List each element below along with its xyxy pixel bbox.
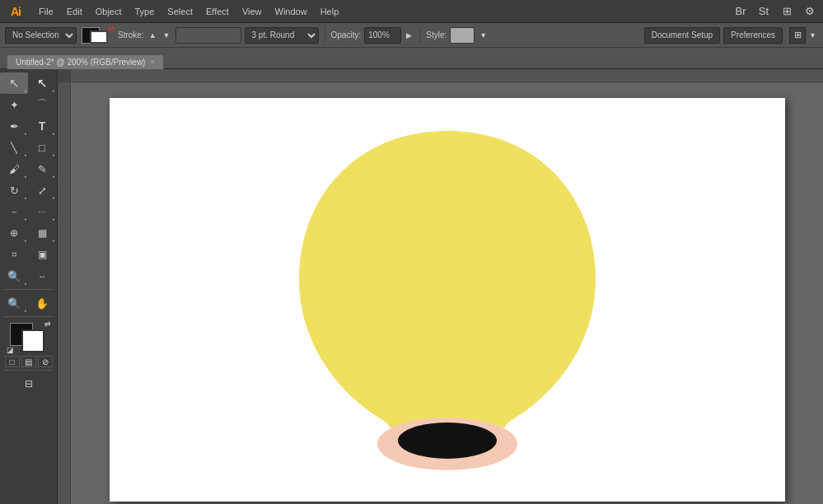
- settings-icon[interactable]: ⚙: [800, 2, 820, 21]
- rectangle-tool[interactable]: □ ▸: [28, 137, 56, 158]
- preferences-button[interactable]: Preferences: [723, 27, 783, 44]
- tools-panel: ↖ ▸ ↖ ▸ ✦ ⌒ ✒ ▸ T ▸: [0, 69, 58, 504]
- line-tool[interactable]: ╲ ▸: [0, 137, 28, 158]
- style-box[interactable]: [450, 27, 475, 44]
- stroke-preview: [175, 27, 241, 44]
- tool-row-10: 🔍 ▸ ↔: [0, 265, 57, 287]
- tool-row-8: ⊕ ▸ ▦ ▸: [0, 222, 57, 244]
- menu-effect[interactable]: Effect: [200, 5, 235, 18]
- stroke-arrow-icon[interactable]: ⇄: [108, 24, 115, 33]
- tab-title: Untitled-2* @ 200% (RGB/Preview): [16, 58, 145, 67]
- tool-row-1: ↖ ▸ ↖ ▸: [0, 72, 57, 94]
- paintbrush-tool[interactable]: 🖌 ▸: [0, 158, 28, 180]
- doc-area: ↖ ▸ ↖ ▸ ✦ ⌒ ✒ ▸ T ▸: [0, 69, 823, 504]
- ruler-vertical: [58, 82, 71, 504]
- layout-icon[interactable]: ⊞: [777, 2, 797, 21]
- gradient-icon[interactable]: ▤: [21, 356, 36, 367]
- selection-dropdown[interactable]: No Selection: [5, 27, 77, 44]
- color-section: ⇄ ◪ □ ▤ ⊘: [0, 323, 57, 367]
- tabs-bar: Untitled-2* @ 200% (RGB/Preview) ×: [0, 48, 823, 69]
- color-mode-row: □ ▤ ⊘: [5, 356, 53, 367]
- artboard-container: [71, 82, 823, 504]
- stroke-label: Stroke:: [118, 30, 144, 40]
- tool-row-7: ⌣ ▸ ⋯ ▸: [0, 201, 57, 222]
- menu-bar: Ai File Edit Object Type Select Effect V…: [0, 0, 823, 23]
- tool-row-5: 🖌 ▸ ✎ ▸: [0, 158, 57, 180]
- opacity-input[interactable]: [364, 27, 401, 44]
- fill-stroke-color-boxes: ⇄ ◪: [10, 323, 48, 352]
- fill-stroke-boxes: ⇄: [82, 26, 113, 45]
- default-colors-icon[interactable]: ◪: [7, 346, 14, 354]
- top-toolbar: No Selection ⇄ Stroke: ▲ ▼ 3 pt. Round O…: [0, 23, 823, 48]
- arrange-arrow-btn[interactable]: ▼: [807, 31, 818, 40]
- warp-tool[interactable]: ⌣ ▸: [0, 201, 28, 222]
- none-icon[interactable]: ⊘: [38, 356, 53, 367]
- artboard: [110, 98, 785, 502]
- ruler-h-marks: // Can't run scripts inside SVG; use sta…: [71, 69, 823, 82]
- color-icon[interactable]: □: [5, 356, 20, 367]
- scale-tool[interactable]: ⤢ ▸: [28, 180, 56, 201]
- tool-row-6: ↻ ▸ ⤢ ▸: [0, 180, 57, 201]
- type-tool[interactable]: T ▸: [28, 115, 56, 137]
- tool-row-4: ╲ ▸ □ ▸: [0, 137, 57, 158]
- style-arrow-btn[interactable]: ▼: [478, 31, 489, 40]
- tool-row-2: ✦ ⌒: [0, 94, 57, 115]
- menu-window[interactable]: Window: [269, 5, 313, 18]
- arrange-icons: ⊞ ▼: [789, 27, 818, 44]
- bridge-icon[interactable]: Br: [731, 2, 751, 21]
- menu-select[interactable]: Select: [161, 5, 199, 18]
- document-setup-button[interactable]: Document Setup: [644, 27, 721, 44]
- measure-tool[interactable]: ↔: [28, 265, 56, 287]
- stock-icon[interactable]: St: [754, 2, 774, 21]
- direct-selection-tool[interactable]: ↖ ▸: [28, 72, 56, 94]
- pencil-tool[interactable]: ✎ ▸: [28, 158, 56, 180]
- app-logo: Ai: [3, 0, 28, 23]
- menu-type[interactable]: Type: [129, 5, 161, 18]
- document-tab[interactable]: Untitled-2* @ 200% (RGB/Preview) ×: [7, 54, 164, 69]
- menu-edit[interactable]: Edit: [61, 5, 88, 18]
- menu-object[interactable]: Object: [90, 5, 128, 18]
- magic-wand-tool[interactable]: ✦: [0, 94, 28, 115]
- tab-close-button[interactable]: ×: [150, 58, 154, 66]
- stroke-style-select[interactable]: 3 pt. Round: [245, 27, 319, 44]
- bulb-body-shape: [299, 131, 596, 427]
- illustration: [110, 98, 785, 502]
- stroke-down-btn[interactable]: ▼: [161, 31, 172, 40]
- tool-row-9: ⌗ ▣: [0, 244, 57, 265]
- stroke-color-box[interactable]: [90, 30, 108, 44]
- symbol-sprayer-tool[interactable]: ⊕ ▸: [0, 222, 28, 244]
- tools-divider-3: [4, 370, 54, 371]
- stroke-swatch[interactable]: [21, 329, 44, 352]
- divider-2: [419, 27, 420, 44]
- opacity-arrow-btn[interactable]: ▶: [404, 31, 414, 40]
- canvas-area: // Can't run scripts inside SVG; use sta…: [58, 69, 823, 504]
- blend-tool[interactable]: ⋯ ▸: [28, 201, 56, 222]
- eyedropper-tool[interactable]: 🔍 ▸: [0, 265, 28, 287]
- arrange-icon[interactable]: ⊞: [789, 27, 806, 44]
- gradient-tool[interactable]: ▣: [28, 244, 56, 265]
- tool-row-11: 🔍 ▸ ✋: [0, 292, 57, 314]
- rotate-tool[interactable]: ↻ ▸: [0, 180, 28, 201]
- opacity-label: Opacity:: [331, 30, 362, 40]
- selection-tool[interactable]: ↖ ▸: [0, 72, 28, 94]
- menu-help[interactable]: Help: [315, 5, 345, 18]
- menu-view[interactable]: View: [236, 5, 268, 18]
- menu-file[interactable]: File: [33, 5, 59, 18]
- bulb-hole-shape: [398, 422, 497, 459]
- tool-row-3: ✒ ▸ T ▸: [0, 115, 57, 137]
- tab-container: Untitled-2* @ 200% (RGB/Preview) ×: [0, 48, 171, 69]
- tools-divider: [4, 289, 54, 290]
- lasso-tool[interactable]: ⌒: [28, 94, 56, 115]
- mesh-tool[interactable]: ⌗: [0, 244, 28, 265]
- stroke-up-btn[interactable]: ▲: [147, 31, 158, 40]
- tools-divider-2: [4, 316, 54, 317]
- zoom-tool[interactable]: 🔍 ▸: [0, 292, 28, 314]
- swap-colors-icon[interactable]: ⇄: [44, 320, 51, 328]
- ruler-horizontal: // Can't run scripts inside SVG; use sta…: [71, 69, 823, 82]
- column-graph-tool[interactable]: ▦ ▸: [28, 222, 56, 244]
- hand-tool[interactable]: ✋: [28, 292, 56, 314]
- menu-icons: Br St ⊞ ⚙: [731, 2, 820, 21]
- pen-tool[interactable]: ✒ ▸: [0, 115, 28, 137]
- ruler-corner: [58, 69, 71, 82]
- screen-mode-tool[interactable]: ⊟: [4, 373, 54, 394]
